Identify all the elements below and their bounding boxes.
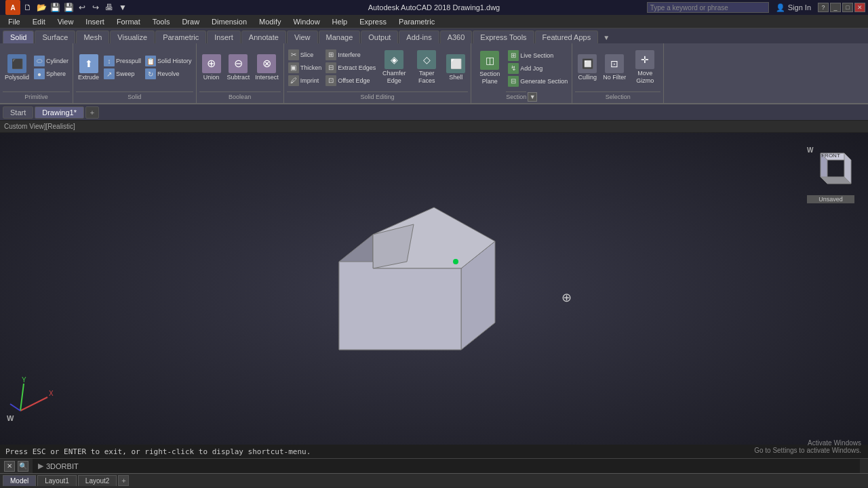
ribbon-group-boolean: ⊕ Union ⊖ Subtract ⊗ Intersect Boolean — [197, 43, 284, 103]
live-section-button[interactable]: ⊞ Live Section — [507, 49, 569, 62]
tab-addins[interactable]: Add-ins — [399, 30, 439, 43]
add-layout-button[interactable]: + — [118, 475, 129, 486]
menu-express[interactable]: Express — [354, 16, 392, 27]
help-button[interactable]: ? — [818, 3, 829, 12]
tab-a360[interactable]: A360 — [440, 30, 473, 43]
imprint-button[interactable]: 🖊 Imprint — [287, 75, 323, 87]
culling-icon: 🔲 — [578, 54, 597, 73]
interfere-button[interactable]: ⊞ Interfere — [324, 49, 377, 61]
menu-dimension[interactable]: Dimension — [206, 16, 252, 27]
presspull-button[interactable]: ↕ Presspull — [102, 55, 142, 67]
canvas-area[interactable]: FRONT W Unsaved ⊕ — [0, 133, 868, 445]
menu-view[interactable]: View — [52, 16, 79, 27]
extract-edges-button[interactable]: ⊟ Extract Edges — [324, 62, 377, 74]
intersect-button[interactable]: ⊗ Intersect — [253, 53, 281, 83]
tab-manage[interactable]: Manage — [319, 30, 361, 43]
menu-window[interactable]: Window — [288, 16, 325, 27]
taper-faces-button[interactable]: ◇ Taper Faces — [411, 49, 442, 86]
menu-draw[interactable]: Draw — [176, 16, 205, 27]
status-locate-button[interactable]: 🔍 — [18, 461, 28, 472]
intersect-label: Intersect — [255, 74, 279, 81]
chamfer-edge-button[interactable]: ◈ Chamfer Edge — [378, 49, 410, 86]
culling-button[interactable]: 🔲 Culling — [575, 53, 599, 83]
new-button[interactable]: 🗋 — [22, 1, 34, 14]
move-gizmo-button[interactable]: ✛ Move Gizmo — [629, 49, 660, 86]
close-button[interactable]: ✕ — [854, 3, 865, 12]
section-plane-label: Section Plane — [476, 70, 503, 85]
tab-view[interactable]: View — [287, 30, 318, 43]
shell-button[interactable]: ⬜ Shell — [443, 53, 468, 83]
extrude-button[interactable]: ⬆ Extrude — [76, 53, 101, 83]
generate-section-button[interactable]: ⊟ Generate Section — [507, 75, 569, 87]
culling-label: Culling — [578, 74, 597, 81]
qa-dropdown[interactable]: ▼ — [117, 1, 129, 14]
tab-model[interactable]: Model — [3, 475, 36, 486]
menu-edit[interactable]: Edit — [27, 16, 51, 27]
tab-mesh[interactable]: Mesh — [76, 30, 109, 43]
save-as-button[interactable]: 💾 — [62, 1, 75, 14]
viewcube-widget[interactable]: FRONT W — [807, 146, 854, 194]
no-filter-button[interactable]: ⊡ No Filter — [601, 53, 628, 83]
tab-featured-apps[interactable]: Featured Apps — [535, 30, 599, 43]
sign-in-label[interactable]: Sign In — [788, 3, 811, 12]
tab-drawing1[interactable]: Drawing1* — [35, 106, 84, 119]
print-button[interactable]: 🖶 — [103, 1, 115, 14]
primitive-small-btns: ⬭ Cylinder ● Sphere — [33, 55, 70, 80]
menu-parametric[interactable]: Parametric — [393, 16, 440, 27]
menu-format[interactable]: Format — [111, 16, 146, 27]
tab-output[interactable]: Output — [361, 30, 398, 43]
maximize-button[interactable]: □ — [842, 3, 853, 12]
add-jog-button[interactable]: ↯ Add Jog — [507, 62, 569, 75]
quick-access-toolbar: A 🗋 📂 💾 💾 ↩ ↪ 🖶 ▼ — [3, 0, 132, 15]
sphere-icon: ● — [34, 68, 45, 79]
solid-history-button[interactable]: 📋 Solid History — [144, 55, 193, 67]
command-input[interactable]: ▶ 3DORBIT — [33, 459, 860, 473]
slice-button[interactable]: ✂ Slice — [287, 49, 323, 61]
save-button[interactable]: 💾 — [49, 1, 61, 14]
add-jog-label: Add Jog — [520, 65, 542, 72]
tab-layout2[interactable]: Layout2 — [78, 475, 117, 486]
menu-modify[interactable]: Modify — [254, 16, 286, 27]
polysolid-button[interactable]: ⬛ Polysolid — [3, 53, 31, 83]
tab-start[interactable]: Start — [3, 106, 33, 119]
ribbon-expand-btn[interactable]: ▼ — [599, 32, 614, 43]
section-plane-button[interactable]: ◫ Section Plane — [474, 49, 505, 87]
tab-layout1[interactable]: Layout1 — [37, 475, 77, 486]
window-controls: Type a keyword or phrase 👤 Sign In ? _ □… — [647, 2, 865, 13]
menu-tools[interactable]: Tools — [147, 16, 176, 27]
section-content: ◫ Section Plane ⊞ Live Section ↯ Add Jog… — [474, 45, 569, 92]
boolean-content: ⊕ Union ⊖ Subtract ⊗ Intersect — [199, 45, 281, 90]
tab-insert[interactable]: Insert — [207, 30, 241, 43]
search-bar[interactable]: Type a keyword or phrase — [647, 2, 769, 13]
tab-surface[interactable]: Surface — [35, 30, 75, 43]
tab-express-tools[interactable]: Express Tools — [473, 30, 534, 43]
minimize-button[interactable]: _ — [830, 3, 841, 12]
offset-edge-button[interactable]: ⊡ Offset Edge — [324, 75, 377, 87]
section-expand-button[interactable]: ▼ — [528, 92, 537, 102]
interfere-icon: ⊞ — [326, 49, 336, 60]
revolve-button[interactable]: ↻ Revolve — [144, 68, 193, 80]
sweep-button[interactable]: ↗ Sweep — [102, 68, 142, 80]
union-button[interactable]: ⊕ Union — [199, 53, 224, 83]
solid-editing-col2: ⊞ Interfere ⊟ Extract Edges ⊡ Offset Edg… — [324, 49, 377, 87]
redo-button[interactable]: ↪ — [90, 1, 102, 14]
sphere-button[interactable]: ● Sphere — [33, 68, 70, 80]
menu-file[interactable]: File — [3, 16, 26, 27]
taper-faces-label: Taper Faces — [413, 70, 440, 85]
menu-help[interactable]: Help — [327, 16, 353, 27]
svg-text:X: X — [49, 390, 54, 397]
undo-button[interactable]: ↩ — [76, 1, 88, 14]
tab-solid[interactable]: Solid — [3, 30, 34, 43]
tab-visualize[interactable]: Visualize — [110, 30, 155, 43]
open-button[interactable]: 📂 — [35, 1, 47, 14]
thicken-button[interactable]: ▣ Thicken — [287, 62, 323, 74]
tab-parametric[interactable]: Parametric — [155, 30, 206, 43]
cylinder-button[interactable]: ⬭ Cylinder — [33, 55, 70, 67]
app-icon[interactable]: A — [5, 0, 20, 15]
menu-insert[interactable]: Insert — [80, 16, 110, 27]
status-x-button[interactable]: ✕ — [4, 461, 15, 472]
tab-annotate[interactable]: Annotate — [241, 30, 286, 43]
viewcube[interactable]: FRONT W Unsaved — [807, 146, 854, 201]
add-tab-button[interactable]: + — [85, 106, 99, 119]
subtract-button[interactable]: ⊖ Subtract — [225, 53, 252, 83]
